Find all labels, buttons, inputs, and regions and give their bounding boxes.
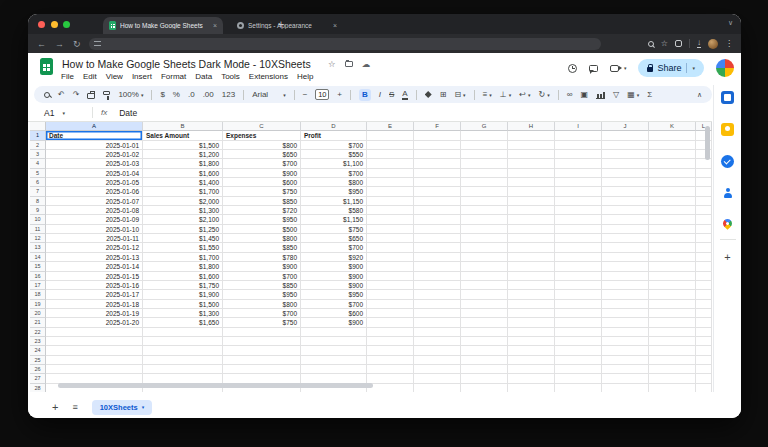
reload-icon[interactable]: ↻ [73,39,81,49]
star-document-icon[interactable]: ☆ [328,59,336,69]
cell-K27[interactable] [649,374,696,383]
cell-H25[interactable] [508,356,555,365]
cell-G1[interactable] [461,131,508,140]
cell-F14[interactable] [414,253,461,262]
cell-E3[interactable] [367,150,414,159]
add-sheet-icon[interactable]: + [52,401,58,413]
cell-D3[interactable]: $550 [301,150,367,159]
row-header-15[interactable]: 15 [30,262,46,271]
cell-I5[interactable] [555,169,602,178]
cell-J27[interactable] [602,374,649,383]
horizontal-scrollbar[interactable] [58,383,373,388]
undo-icon[interactable]: ↶ [58,90,65,100]
decrease-decimal-icon[interactable]: .0 [188,90,195,100]
share-dropdown-icon[interactable]: ▾ [692,65,695,71]
column-header-H[interactable]: H [508,122,555,131]
cell-J8[interactable] [602,197,649,206]
cell-I9[interactable] [555,206,602,215]
cell-A13[interactable]: 2025-01-12 [46,243,143,252]
cell-B20[interactable]: $1,300 [143,309,223,318]
cell-A18[interactable]: 2025-01-17 [46,290,143,299]
name-box[interactable]: A1 ▾ [44,108,84,118]
cell-K4[interactable] [649,159,696,168]
cell-L21[interactable] [696,318,712,327]
cell-I27[interactable] [555,374,602,383]
cell-E9[interactable] [367,206,414,215]
maps-icon[interactable] [721,217,734,230]
cell-B1[interactable]: Sales Amount [143,131,223,140]
cell-F27[interactable] [414,374,461,383]
currency-format-icon[interactable]: $ [160,90,164,100]
cell-J7[interactable] [602,187,649,196]
cell-E19[interactable] [367,300,414,309]
cell-F6[interactable] [414,178,461,187]
cell-J9[interactable] [602,206,649,215]
cell-G27[interactable] [461,374,508,383]
download-icon[interactable]: ↓ [697,39,701,49]
row-header-11[interactable]: 11 [30,225,46,234]
cell-I10[interactable] [555,215,602,224]
cell-I24[interactable] [555,346,602,355]
cell-L24[interactable] [696,346,712,355]
cell-L26[interactable] [696,365,712,374]
cell-I19[interactable] [555,300,602,309]
cell-A8[interactable]: 2025-01-07 [46,197,143,206]
cell-B2[interactable]: $1,500 [143,141,223,150]
cell-H7[interactable] [508,187,555,196]
cell-G5[interactable] [461,169,508,178]
cell-G7[interactable] [461,187,508,196]
paint-format-icon[interactable] [103,91,110,99]
cell-C16[interactable]: $700 [223,272,301,281]
cell-B18[interactable]: $1,900 [143,290,223,299]
cell-I8[interactable] [555,197,602,206]
cell-D21[interactable]: $900 [301,318,367,327]
cell-E27[interactable] [367,374,414,383]
cell-H14[interactable] [508,253,555,262]
table-views-icon[interactable]: ▦▾ [627,90,639,100]
cell-J4[interactable] [602,159,649,168]
cell-F13[interactable] [414,243,461,252]
cell-L7[interactable] [696,187,712,196]
cell-A5[interactable]: 2025-01-04 [46,169,143,178]
cell-C18[interactable]: $950 [223,290,301,299]
bookmark-star-icon[interactable]: ☆ [661,40,668,48]
row-header-12[interactable]: 12 [30,234,46,243]
cell-K28[interactable] [649,384,696,392]
cell-J15[interactable] [602,262,649,271]
cell-A23[interactable] [46,337,143,346]
cell-I28[interactable] [555,384,602,392]
cell-J1[interactable] [602,131,649,140]
row-header-13[interactable]: 13 [30,243,46,252]
cell-J22[interactable] [602,328,649,337]
cell-E8[interactable] [367,197,414,206]
cell-F3[interactable] [414,150,461,159]
cell-K21[interactable] [649,318,696,327]
cell-F1[interactable] [414,131,461,140]
cell-H26[interactable] [508,365,555,374]
row-header-4[interactable]: 4 [30,159,46,168]
cell-L12[interactable] [696,234,712,243]
cell-I2[interactable] [555,141,602,150]
cell-H17[interactable] [508,281,555,290]
decrease-font-size-icon[interactable]: − [303,90,308,100]
cell-E17[interactable] [367,281,414,290]
cell-D15[interactable]: $900 [301,262,367,271]
cell-C19[interactable]: $800 [223,300,301,309]
cell-A6[interactable]: 2025-01-05 [46,178,143,187]
cell-A14[interactable]: 2025-01-13 [46,253,143,262]
cell-I1[interactable] [555,131,602,140]
cell-I25[interactable] [555,356,602,365]
collapse-toolbar-icon[interactable]: ∧ [697,91,702,99]
cell-G21[interactable] [461,318,508,327]
cell-J2[interactable] [602,141,649,150]
menu-item-extensions[interactable]: Extensions [249,72,288,81]
name-box-caret-icon[interactable]: ▾ [62,110,65,116]
cell-K13[interactable] [649,243,696,252]
cell-H4[interactable] [508,159,555,168]
cell-D11[interactable]: $750 [301,225,367,234]
cell-K2[interactable] [649,141,696,150]
redo-icon[interactable]: ↷ [73,90,80,100]
cell-K7[interactable] [649,187,696,196]
cell-C26[interactable] [223,365,301,374]
cell-L28[interactable] [696,384,712,392]
